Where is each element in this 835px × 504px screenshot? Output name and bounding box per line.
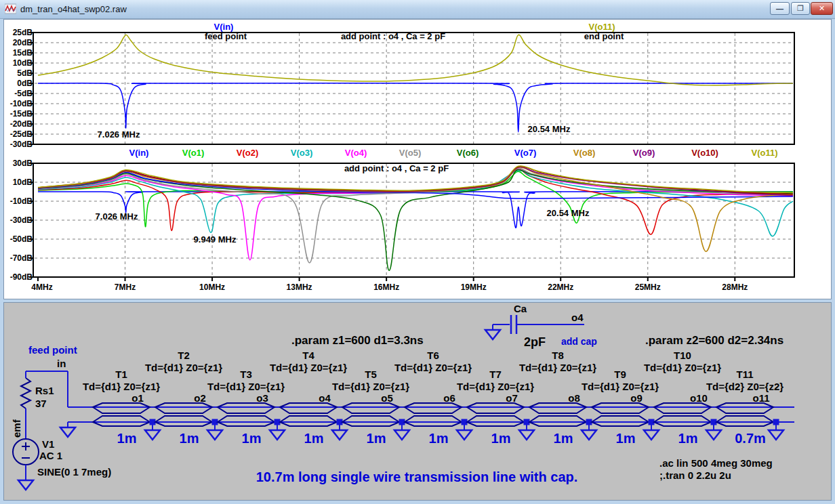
tline-bottom-conductor: [218, 416, 274, 426]
close-button[interactable]: ✕: [811, 2, 833, 15]
y-axis-label: 30dB: [4, 159, 33, 168]
tline-top-conductor: [592, 403, 649, 413]
x-axis-label: 19MHz: [461, 282, 487, 292]
y-axis-label: -30dB: [4, 140, 33, 149]
tline-top-conductor: [405, 403, 462, 413]
x-axis-label: 16MHz: [373, 282, 399, 292]
x-axis-label: 7MHz: [115, 282, 136, 292]
plot-annotation: add point : o4 , Ca = 2 pF: [344, 163, 449, 173]
emf-label: emf: [11, 419, 22, 438]
tline-length: 1m: [304, 431, 324, 446]
trace-vin: [38, 83, 793, 132]
cap-node-label: o4: [571, 312, 584, 323]
legend-vo7: V(o7): [514, 148, 537, 158]
tline-length: 1m: [491, 431, 511, 446]
waveform-plot-canvas[interactable]: [4, 20, 830, 299]
tline-bottom-conductor: [342, 416, 399, 426]
legend-vo3: V(o3): [291, 148, 313, 158]
net-label-in: in: [57, 358, 66, 369]
tline-bottom-conductor: [405, 416, 462, 426]
waveform-file-icon: [5, 3, 16, 14]
tline-ground-icon: [270, 430, 285, 440]
restore-icon: ❐: [797, 4, 804, 13]
plot-annotation: add point : o4 , Ca = 2 pF: [341, 31, 445, 41]
rail-ground-icon: [60, 427, 75, 437]
tline-name: T5: [365, 369, 377, 380]
net-label-o7: o7: [506, 392, 518, 404]
legend-vo11: V(o11): [588, 22, 615, 32]
x-axis-label: 22MHz: [548, 282, 573, 292]
tline-ground-icon: [457, 430, 472, 440]
tline-param: Td={d1} Z0={z1}: [519, 362, 596, 373]
legend-vo5: V(o5): [399, 148, 422, 158]
tline-param: Td={d2} Z0={z2}: [706, 381, 783, 392]
tline-bottom-conductor: [467, 416, 524, 426]
x-axis-label: 25MHz: [635, 282, 661, 292]
y-axis-label: -10dB: [4, 99, 33, 108]
legend-vo1: V(o1): [182, 148, 205, 158]
tline-name: T6: [427, 350, 439, 361]
tline-top-conductor: [155, 403, 212, 413]
plot-annotation: 9.949 MHz: [194, 234, 237, 245]
tline-name: T1: [115, 369, 127, 380]
y-axis-label: -25dB: [4, 129, 33, 139]
schematic-caption: 10.7m long single wire transmission line…: [256, 469, 578, 484]
tline-bottom-conductor: [716, 416, 773, 426]
net-label-o8: o8: [568, 392, 580, 404]
tline-length: 0.7m: [735, 431, 766, 446]
source-polarity-icon: [22, 442, 30, 458]
plot-annotation: 20.54 MHz: [528, 124, 571, 134]
tline-ground-icon: [582, 430, 596, 440]
tline-ground-icon: [644, 430, 659, 440]
tline-name: T9: [614, 369, 626, 380]
y-axis-label: -15dB: [4, 109, 33, 119]
plot-annotation: 20.54 MHz: [547, 208, 590, 218]
tline-top-conductor: [716, 403, 773, 413]
minimize-icon: —: [776, 5, 783, 13]
tline-bottom-conductor: [529, 416, 586, 426]
legend-vin: V(in): [129, 148, 149, 158]
legend-vo9: V(o9): [633, 148, 655, 158]
tline-name: T10: [674, 350, 691, 361]
tline-length: 1m: [678, 431, 698, 446]
tline-length: 1m: [180, 431, 199, 446]
legend-vo10: V(o10): [691, 148, 718, 158]
tline-length: 1m: [117, 431, 137, 446]
y-axis-label: -5dB: [4, 89, 33, 98]
tline-name: T7: [489, 369, 502, 380]
y-axis-label: 10dB: [4, 177, 33, 187]
source-sine-value: SINE(0 1 7meg): [37, 466, 111, 478]
tline-ground-icon: [519, 430, 534, 440]
tline-top-conductor: [529, 403, 586, 413]
net-label-o11: o11: [752, 392, 769, 404]
schematic-canvas[interactable]: .param z1=600 d1=3.3ns.param z2=600 d2=2…: [4, 303, 830, 499]
y-axis-label: -90dB: [4, 272, 33, 282]
y-axis-label: -10dB: [4, 196, 33, 206]
y-axis-label: -30dB: [4, 215, 33, 225]
legend-vo8: V(o8): [573, 148, 596, 158]
tline-top-conductor: [218, 403, 274, 413]
net-label-o6: o6: [443, 392, 455, 404]
legend-vo2: V(o2): [237, 148, 259, 158]
tline-param: Td={d1} Z0={z1}: [644, 362, 721, 373]
legend-vo6: V(o6): [457, 148, 479, 158]
x-axis-label: 4MHz: [31, 282, 52, 292]
y-axis-label: 15dB: [4, 48, 33, 58]
tline-length: 1m: [616, 431, 636, 446]
net-label-o9: o9: [630, 392, 643, 404]
tline-param: Td={d1} Z0={z1}: [457, 381, 534, 392]
tline-param: Td={d1} Z0={z1}: [207, 381, 285, 392]
title-bar[interactable]: dm_tran_o4hat_swp02.raw — ❐ ✕: [0, 0, 835, 19]
y-axis-label: 10dB: [4, 58, 33, 68]
tline-param: Td={d1} Z0={z1}: [582, 381, 659, 392]
net-label-o4: o4: [319, 392, 331, 404]
tline-param: Td={d1} Z0={z1}: [332, 381, 409, 392]
minimize-button[interactable]: —: [770, 2, 790, 15]
source-ground-icon: [18, 480, 33, 490]
tline-name: T8: [552, 350, 564, 361]
y-axis-label: 0dB: [4, 79, 33, 88]
restore-button[interactable]: ❐: [791, 2, 810, 15]
net-label-o10: o10: [690, 392, 708, 404]
y-axis-label: 5dB: [4, 68, 33, 78]
cap-note: add cap: [561, 336, 597, 347]
